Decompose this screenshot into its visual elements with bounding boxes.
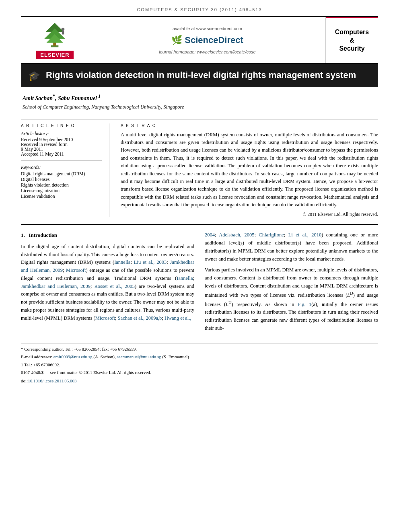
ref-microsoft[interactable]: Microsoft [66, 267, 86, 273]
corresponding-star: * [53, 94, 55, 99]
ref-liu2003[interactable]: Liu et al., 2003 [134, 259, 167, 265]
elsevier-tree-icon [39, 21, 71, 49]
ref-hwang[interactable]: Hwang et al., [165, 315, 191, 321]
elsevier-label: ELSEVIER [36, 51, 73, 59]
email-sachan[interactable]: amit0009@ntu.edu.sg [53, 354, 93, 359]
journal-top-bar: COMPUTERS & SECURITY 30 (2011) 498–513 [21, 7, 378, 12]
ref-2004[interactable]: 2004 [205, 232, 215, 238]
ref-rosset2005[interactable]: Rosset et al., 2005 [94, 283, 134, 289]
sd-leaves-icon: 🌿 [171, 35, 182, 45]
section-heading: Introduction [29, 232, 58, 238]
keywords-section: Keywords: Digital rights management (DRM… [21, 165, 102, 199]
authors-line: Amit Sachan*, Sabu Emmanuel 1 [23, 94, 376, 102]
journal-name-line1: Computers [335, 29, 369, 35]
keyword-2: Digital licenses [21, 177, 102, 182]
header-area: ELSEVIER available at www.sciencedirect.… [21, 16, 378, 64]
author2-sup: 1 [98, 94, 101, 99]
ref-sachan2009[interactable]: Sachan et al., 2009a,b [118, 315, 162, 321]
svg-rect-6 [62, 31, 64, 34]
abstract-text: A multi-level digital rights management … [121, 131, 378, 209]
received2b: 9 May 2011 [21, 147, 102, 152]
journal-name-line2: & [350, 37, 354, 44]
footnote-star: * Corresponding author. Tel.: +65 826628… [21, 346, 378, 353]
body-columns: 1. Introduction In the digital age of co… [21, 231, 378, 335]
keyword-5: License validation [21, 194, 102, 199]
keyword-3: Rights violation detection [21, 183, 102, 187]
footnote-email: E-mail addresses: amit0009@ntu.edu.sg (A… [21, 353, 378, 360]
article-info-heading: A R T I C L E I N F O [21, 123, 102, 128]
journal-name-line3: Security [339, 45, 364, 52]
ref-jamkhedkar2009b[interactable]: Jamkhedkar and Heileman, 2009 [21, 283, 90, 289]
footnotes-area: * Corresponding author. Tel.: +65 826628… [21, 343, 378, 384]
authors-section: Amit Sachan*, Sabu Emmanuel 1 School of … [21, 87, 378, 112]
ref-iannella[interactable]: Iannella [114, 259, 130, 265]
received2: Received in revised form [21, 142, 102, 147]
sd-brand-text: ScienceDirect [185, 35, 243, 45]
history-label: Article history: [21, 131, 102, 136]
ref-microsoft2[interactable]: Microsoft [95, 315, 115, 321]
accepted: Accepted 11 May 2011 [21, 152, 102, 156]
section-title: 1. Introduction [21, 231, 194, 240]
ref-iannella2[interactable]: Iannella [177, 275, 193, 281]
intro-para-1: In the digital age of content distributi… [21, 243, 194, 322]
svg-point-5 [62, 28, 64, 31]
available-at-text: available at www.sciencedirect.com [173, 26, 242, 31]
sciencedirect-logo: 🌿 ScienceDirect [171, 35, 243, 45]
ref-li2010[interactable]: Li et al., 2010 [288, 232, 322, 238]
ref-fig1[interactable]: Fig. 1 [298, 302, 311, 307]
abstract-heading: A B S T R A C T [121, 123, 378, 128]
section-number: 1. [21, 232, 25, 238]
section-divider [21, 224, 378, 225]
article-icon: 🎓 [28, 70, 40, 82]
footnote-issn: 0167-4048/$ — see front matter © 2011 El… [21, 369, 378, 376]
info-abstract-row: A R T I C L E I N F O Article history: R… [21, 119, 378, 217]
article-title: Rights violation detection in multi-leve… [46, 70, 356, 81]
footnote-sup1: 1 Tel.: +65 67906092. [21, 362, 378, 368]
affiliation-text: School of Computer Engineering, Nanyang … [23, 104, 376, 110]
ref-jamkhedkar2009[interactable]: Jamkhedkar and Heileman, 2009 [21, 259, 194, 273]
intro-para-3: Various parties involved in an MPML DRM … [205, 266, 378, 332]
keywords-label: Keywords: [21, 165, 102, 170]
copyright-line: © 2011 Elsevier Ltd. All rights reserved… [121, 212, 378, 217]
body-col-1: 1. Introduction In the digital age of co… [21, 231, 194, 335]
journal-name-block: Computers & Security [326, 17, 378, 63]
body-col-2: 2004; Adelsbach, 2005; Chiariglione; Li … [205, 231, 378, 335]
keyword-1: Digital rights management (DRM) [21, 171, 102, 176]
intro-para-2: 2004; Adelsbach, 2005; Chiariglione; Li … [205, 231, 378, 263]
keyword-4: License organization [21, 188, 102, 193]
received1: Received 9 September 2010 [21, 137, 102, 142]
footnote-doi: doi:10.1016/j.cose.2011.05.003 [21, 378, 378, 384]
article-history: Article history: Received 9 September 20… [21, 131, 102, 161]
abstract-col: A B S T R A C T A multi-level digital ri… [121, 123, 378, 217]
sciencedirect-block: available at www.sciencedirect.com 🌿 Sci… [89, 17, 326, 63]
ref-adelsbach[interactable]: Adelsbach, 2005 [219, 232, 254, 238]
journal-homepage-text: journal homepage: www.elsevier.com/locat… [159, 49, 256, 54]
article-info-col: A R T I C L E I N F O Article history: R… [21, 123, 109, 217]
title-section: 🎓 Rights violation detection in multi-le… [21, 64, 378, 87]
ref-chiariglione[interactable]: Chiariglione [259, 232, 284, 238]
elsevier-logo-block: ELSEVIER [21, 17, 89, 63]
doi-link[interactable]: 10.1016/j.cose.2011.05.003 [28, 378, 77, 383]
email-emmanuel[interactable]: asemmanuel@ntu.edu.sg [117, 354, 161, 359]
